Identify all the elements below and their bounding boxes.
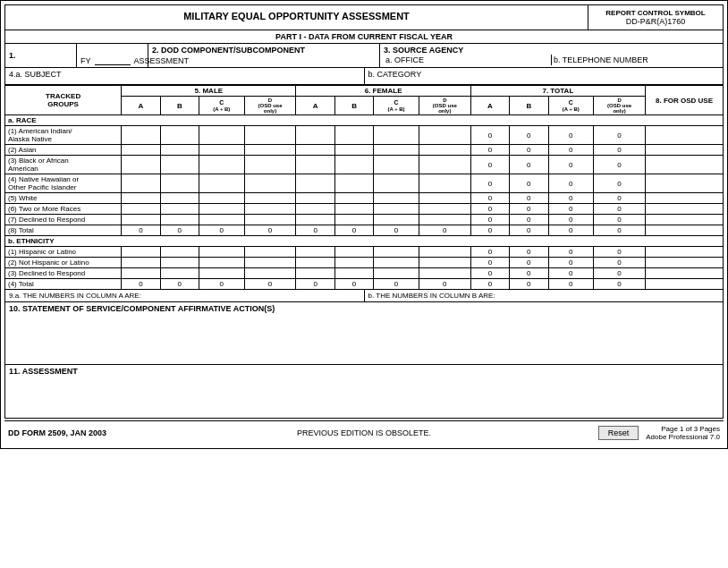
total-2-ethnicity-3: 0 (548, 279, 594, 290)
male-header: 5. MALE (122, 86, 296, 97)
row-race-6: (7) Declined to Respond0000 (5, 215, 724, 225)
osd-ethnicity-1 (646, 258, 724, 268)
female-0-ethnicity-2 (296, 268, 334, 279)
male-2-race-5 (199, 204, 244, 215)
field2-cell: 2. DOD COMPONENT/SUBCOMPONENT (148, 44, 380, 67)
total-3-ethnicity-0: 0 (594, 247, 646, 258)
field4a-cell: 4.a. SUBJECT (5, 68, 365, 84)
row-label-race-5: (6) Two or More Races (5, 204, 122, 215)
female-2-race-0 (374, 126, 419, 145)
section-ethnicity-header: b. ETHNICITY (5, 236, 724, 247)
male-3-ethnicity-3: 0 (244, 279, 296, 290)
male-1-race-5 (160, 204, 199, 215)
total-3-race-0: 0 (594, 126, 646, 145)
male-3-race-1 (244, 145, 296, 156)
male-0-race-3 (122, 174, 160, 193)
osd-race-2 (646, 156, 724, 174)
male-2-race-2 (199, 156, 244, 174)
part1-header: PART I - DATA FROM CURRENT FISCAL YEAR (4, 30, 724, 44)
female-2-race-7: 0 (374, 225, 419, 236)
male-1-ethnicity-0 (160, 247, 199, 258)
female-1-race-7: 0 (334, 225, 373, 236)
field3a-cell: a. OFFICE (384, 55, 552, 65)
male-3-race-0 (244, 126, 296, 145)
female-3-race-2 (419, 156, 470, 174)
row-label-race-0: (1) American Indian/Alaska Native (5, 126, 122, 145)
female-0-race-2 (296, 156, 334, 174)
notes-a-label: 9.a. THE NUMBERS IN COLUMN A ARE: (9, 292, 141, 300)
female-0-race-3 (296, 174, 334, 193)
control-label: REPORT CONTROL SYMBOL (596, 9, 715, 17)
row-race-0: (1) American Indian/Alaska Native0000 (5, 126, 724, 145)
total-2-race-2: 0 (548, 156, 594, 174)
field3-cell: 3. SOURCE AGENCY a. OFFICE b. TELEPHONE … (380, 44, 723, 67)
total-0-race-4: 0 (470, 193, 509, 204)
total-2-ethnicity-1: 0 (548, 258, 594, 268)
fy-value[interactable] (95, 64, 131, 65)
notes-b-label: b. THE NUMBERS IN COLUMN B ARE: (368, 292, 495, 300)
osd-ethnicity-3 (646, 279, 724, 290)
field1-label: 1. (9, 51, 16, 60)
notes-a: 9.a. THE NUMBERS IN COLUMN A ARE: (5, 290, 365, 301)
row-label-race-6: (7) Declined to Respond (5, 215, 122, 225)
male-d-header: D(OSD useonly) (244, 97, 296, 115)
field2-label: 2. DOD COMPONENT/SUBCOMPONENT (152, 46, 305, 55)
total-3-ethnicity-2: 0 (594, 268, 646, 279)
total-2-race-5: 0 (548, 204, 594, 215)
form-title: MILITARY EQUAL OPPORTUNITY ASSESSMENT (5, 5, 588, 30)
total-3-race-1: 0 (594, 145, 646, 156)
male-3-race-5 (244, 204, 296, 215)
field1-cell: 1. (5, 44, 77, 67)
total-1-ethnicity-1: 0 (510, 258, 548, 268)
field3-label: 3. SOURCE AGENCY (384, 46, 719, 55)
female-1-race-0 (334, 126, 373, 145)
tracked-groups-header: TRACKEDGROUPS (5, 86, 122, 115)
row-label-race-2: (3) Black or AfricanAmerican (5, 156, 122, 174)
osd-race-4 (646, 193, 724, 204)
female-3-race-1 (419, 145, 470, 156)
total-2-race-3: 0 (548, 174, 594, 193)
field4b-label: b. CATEGORY (368, 70, 422, 79)
total-0-ethnicity-2: 0 (470, 268, 509, 279)
fy-label: FY (80, 56, 91, 65)
male-2-race-3 (199, 174, 244, 193)
previous-edition: PREVIOUS EDITION IS OBSOLETE. (245, 428, 482, 437)
reset-button[interactable]: Reset (598, 426, 639, 440)
osd-race-7 (646, 225, 724, 236)
field-row-4: 4.a. SUBJECT b. CATEGORY (4, 68, 724, 85)
part1-label: PART I - DATA FROM CURRENT FISCAL YEAR (275, 32, 453, 41)
row-label-ethnicity-3: (4) Total (5, 279, 122, 290)
female-2-ethnicity-2 (374, 268, 419, 279)
female-0-race-7: 0 (296, 225, 334, 236)
section-ethnicity-label: b. ETHNICITY (5, 236, 724, 247)
row-label-race-7: (8) Total (5, 225, 122, 236)
male-3-race-2 (244, 156, 296, 174)
male-3-race-4 (244, 193, 296, 204)
control-number: DD-P&R(A)1760 (596, 17, 715, 26)
row-race-1: (2) Asian0000 (5, 145, 724, 156)
total-1-race-7: 0 (510, 225, 548, 236)
female-2-race-3 (374, 174, 419, 193)
total-0-race-5: 0 (470, 204, 509, 215)
male-0-ethnicity-2 (122, 268, 160, 279)
osd-race-1 (646, 145, 724, 156)
male-1-race-0 (160, 126, 199, 145)
female-0-race-0 (296, 126, 334, 145)
field3a-label: a. OFFICE (385, 55, 424, 64)
male-b-header: B (160, 97, 199, 115)
osd-race-6 (646, 215, 724, 225)
total-1-race-1: 0 (510, 145, 548, 156)
page-info: Page 1 of 3 Pages Adobe Professional 7.0 (646, 425, 720, 441)
row-ethnicity-1: (2) Not Hispanic or Latino0000 (5, 258, 724, 268)
row-race-5: (6) Two or More Races0000 (5, 204, 724, 215)
field4b-cell: b. CATEGORY (365, 68, 724, 84)
total-2-race-7: 0 (548, 225, 594, 236)
female-3-ethnicity-3: 0 (419, 279, 470, 290)
software-info: Adobe Professional 7.0 (646, 433, 720, 441)
total-a-header: A (470, 97, 509, 115)
female-3-race-6 (419, 215, 470, 225)
female-1-race-2 (334, 156, 373, 174)
male-1-race-3 (160, 174, 199, 193)
statement-label: 10. STATEMENT OF SERVICE/COMPONENT AFFIR… (9, 304, 719, 313)
male-2-race-1 (199, 145, 244, 156)
